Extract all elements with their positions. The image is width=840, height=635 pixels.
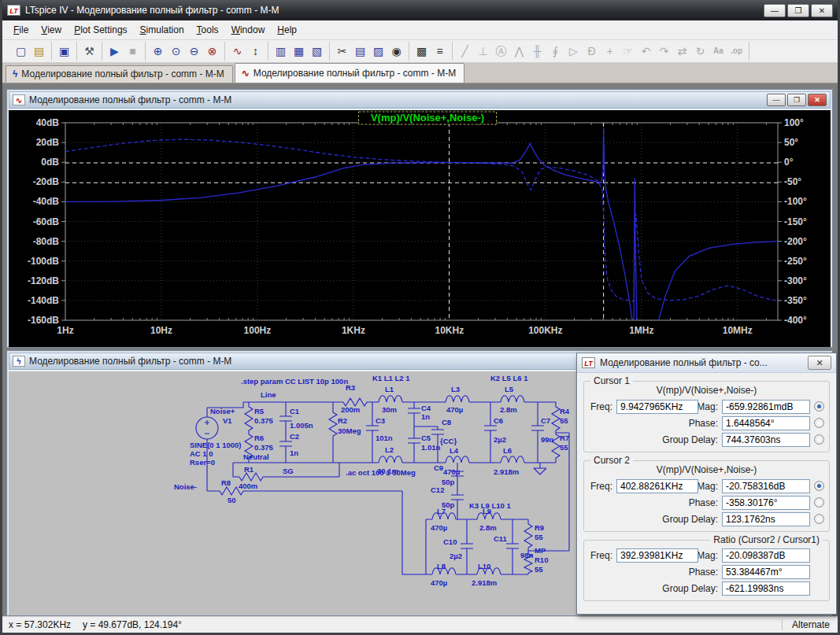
- ltspice-main-window: LT LTspice IV - Моделирование полный фил…: [0, 0, 840, 635]
- tile-horizontally-icon[interactable]: ▦: [290, 42, 308, 61]
- component-label: C8: [442, 418, 451, 426]
- mag-value-box[interactable]: -659.92861mdB: [722, 400, 810, 414]
- trace-label[interactable]: V(mp)/V(Noise+,Noise-): [371, 112, 484, 124]
- phase-value-box[interactable]: 53.384467m°: [722, 565, 810, 579]
- axis-select-radio[interactable]: [814, 434, 824, 445]
- menu-plot-settings[interactable]: Plot Settings: [68, 22, 133, 38]
- axis-select-radio[interactable]: [814, 401, 824, 412]
- freq-label: Freq:: [590, 401, 612, 412]
- axis-select-radio[interactable]: [814, 514, 824, 524]
- place-component-icon: Ð: [583, 42, 601, 61]
- mag-value-box[interactable]: -20.758316dB: [722, 479, 810, 493]
- autorange-waveform-icon[interactable]: ∿: [228, 42, 246, 61]
- plot-restore-button[interactable]: ❐: [787, 94, 806, 106]
- print-setup-icon[interactable]: ▩: [413, 42, 431, 61]
- component-label: 470µ: [431, 523, 447, 532]
- freq-value-box[interactable]: 9.9427965KHz: [616, 400, 698, 414]
- cursor-dialog-title: Моделирование полный фильтр - co...: [600, 357, 808, 368]
- axis-select-radio[interactable]: [814, 497, 824, 508]
- menu-window[interactable]: Window: [225, 22, 272, 38]
- component-label: L2: [385, 445, 394, 454]
- phase-value-box[interactable]: 1.6448564°: [722, 416, 810, 430]
- zoom-in-icon[interactable]: ⊕: [149, 42, 167, 61]
- component-label: 2µ2: [450, 552, 462, 560]
- new-schematic-icon[interactable]: ▢: [12, 42, 30, 61]
- svg-text:-140dB: -140dB: [28, 295, 59, 306]
- component-label: 400m: [239, 482, 257, 490]
- bode-plot[interactable]: 40dB20dB0dB-20dB-40dB-60dB-80dB-100dB-12…: [9, 110, 831, 347]
- mag-value-box[interactable]: -20.098387dB: [722, 548, 810, 563]
- svg-text:0dB: 0dB: [41, 157, 59, 168]
- plot-window-titlebar[interactable]: ∿ Моделирование полный фильтр - comm - M…: [9, 91, 831, 109]
- component-label: Neutral: [243, 452, 269, 461]
- control-panel-hammer-icon[interactable]: ⚒: [80, 42, 98, 61]
- place-net-label-icon: Ⓐ: [492, 42, 510, 61]
- svg-text:-400°: -400°: [784, 315, 807, 326]
- plot-minimize-button[interactable]: —: [767, 94, 786, 106]
- tab-waveform[interactable]: ∿Моделирование полный фильтр - comm - M-…: [235, 63, 464, 83]
- component-label: L6: [503, 446, 512, 455]
- maximize-button[interactable]: ❐: [787, 4, 809, 17]
- freq-label: Freq:: [590, 481, 612, 492]
- svg-text:100°: 100°: [784, 117, 804, 128]
- run-simulation-icon[interactable]: ▶: [105, 42, 124, 61]
- plot-axes-icon[interactable]: ↕: [246, 42, 265, 61]
- waveform-plot-area[interactable]: 40dB20dB0dB-20dB-40dB-60dB-80dB-100dB-12…: [9, 110, 831, 347]
- cascade-windows-icon[interactable]: ▧: [308, 42, 326, 61]
- close-button[interactable]: ✕: [811, 4, 833, 17]
- component-label: L3: [451, 385, 460, 393]
- zoom-back-icon[interactable]: ⊙: [167, 42, 185, 61]
- menu-view[interactable]: View: [35, 22, 68, 38]
- component-label: C1: [290, 407, 300, 415]
- component-label: C6: [494, 416, 503, 425]
- menu-help[interactable]: Help: [271, 22, 303, 38]
- freq-value-box[interactable]: 402.88261KHz: [616, 479, 698, 493]
- menu-file[interactable]: File: [7, 22, 35, 38]
- component-label: C2: [290, 432, 299, 441]
- component-label: C10: [443, 537, 457, 546]
- component-label: K2 L5 L6 1: [490, 374, 528, 382]
- save-icon[interactable]: ▣: [55, 42, 73, 61]
- schematic-labels: .step param CC LIST 10p 100nLineNoise+V1…: [174, 374, 570, 587]
- groupdelay-value-box[interactable]: -621.19983ns: [722, 581, 810, 596]
- zoom-full-extents-icon[interactable]: ⊗: [203, 42, 221, 61]
- tile-vertically-icon[interactable]: ▥: [272, 42, 290, 61]
- component-label: R8: [221, 478, 231, 487]
- axis-select-radio[interactable]: [814, 418, 824, 428]
- component-label: C5: [421, 434, 431, 442]
- component-label: 55: [560, 443, 568, 452]
- phase-value-box[interactable]: -358.30176°: [722, 496, 810, 510]
- print-icon[interactable]: ≡: [431, 42, 449, 61]
- undo-icon: ↶: [637, 42, 655, 61]
- zoom-out-icon[interactable]: ⊖: [185, 42, 203, 61]
- group-title: Cursor 2: [590, 455, 633, 466]
- open-file-icon[interactable]: ▤: [30, 42, 48, 61]
- component-label: R4: [560, 407, 570, 415]
- menu-tools[interactable]: Tools: [191, 22, 225, 38]
- cursor-dialog-titlebar[interactable]: LT Моделирование полный фильтр - co... ✕: [577, 353, 836, 373]
- groupdelay-value-box[interactable]: 744.37603ns: [722, 433, 810, 447]
- axis-select-radio[interactable]: [814, 481, 824, 491]
- plot-close-button[interactable]: ✕: [808, 94, 827, 106]
- svg-text:1KHz: 1KHz: [342, 325, 365, 336]
- copy-icon[interactable]: ▤: [351, 42, 369, 61]
- svg-text:1MHz: 1MHz: [629, 325, 653, 336]
- groupdelay-value-box[interactable]: 123.1762ns: [722, 512, 810, 526]
- freq-value-box[interactable]: 392.93981KHz: [616, 548, 698, 563]
- component-label: 55: [535, 533, 543, 541]
- menu-bar: FileViewPlot SettingsSimulationToolsWind…: [2, 20, 838, 40]
- svg-text:-300°: -300°: [784, 275, 807, 286]
- tab-schematic[interactable]: ϟМоделирование полный фильтр - comm - M-…: [6, 65, 233, 83]
- main-titlebar[interactable]: LT LTspice IV - Моделирование полный фил…: [2, 0, 838, 20]
- paste-icon[interactable]: ▨: [369, 42, 387, 61]
- schematic-icon: ϟ: [13, 68, 17, 79]
- find-icon[interactable]: ◉: [387, 42, 405, 61]
- menu-simulation[interactable]: Simulation: [134, 22, 191, 38]
- plot-window: ∿ Моделирование полный фильтр - comm - M…: [6, 89, 833, 348]
- dialog-close-button[interactable]: ✕: [808, 356, 831, 370]
- svg-text:-350°: -350°: [784, 295, 807, 306]
- component-label: 50: [228, 496, 236, 504]
- minimize-button[interactable]: —: [764, 4, 786, 17]
- toolbar: ▢▤▣⚒▶■⊕⊙⊖⊗∿↕▥▦▧✂▤▨◉▩≡╱⊥Ⓐ⋀╫∮▷Ð+☞↶↷⇄↻Aa.op: [2, 40, 838, 63]
- cut-icon[interactable]: ✂: [333, 42, 351, 61]
